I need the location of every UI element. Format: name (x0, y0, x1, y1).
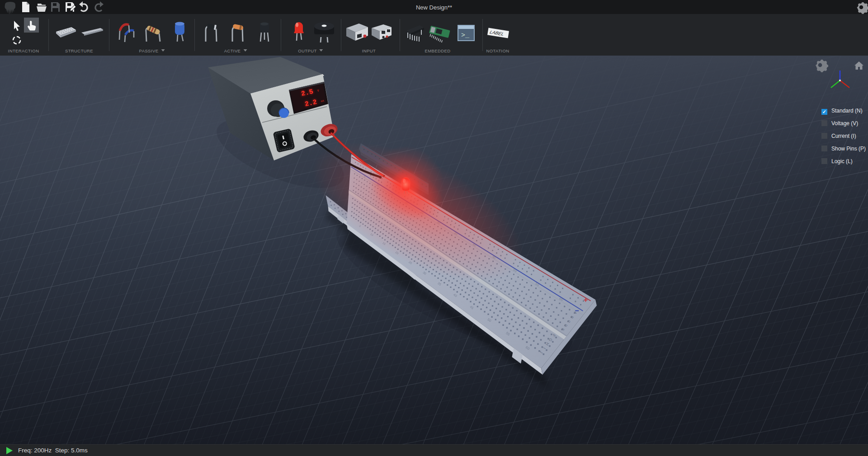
svg-text:>_: >_ (461, 32, 470, 39)
